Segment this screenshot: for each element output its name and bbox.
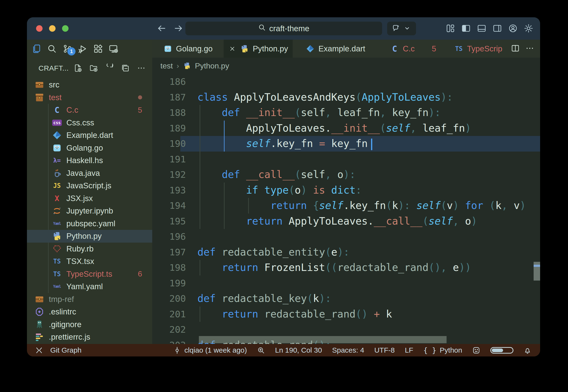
- layout-grid-icon[interactable]: [445, 23, 456, 34]
- tree-item-c.c[interactable]: CC.c5: [27, 104, 152, 116]
- status-indentation[interactable]: Spaces: 4: [332, 346, 364, 354]
- refresh-icon[interactable]: [105, 63, 114, 73]
- editor-actions: [511, 40, 540, 58]
- status-progress-indicator[interactable]: [490, 347, 513, 354]
- activity-remote-explorer[interactable]: [108, 42, 119, 55]
- tree-item-javascript.js[interactable]: JSJavaScript.js: [27, 180, 152, 192]
- command-center-search[interactable]: craft-theme: [185, 22, 382, 35]
- tree-item-python.py[interactable]: Python.py: [27, 230, 152, 243]
- status-git-graph[interactable]: Git Graph: [50, 346, 82, 354]
- breadcrumb-separator: ›: [177, 62, 179, 70]
- horizontal-scrollbar[interactable]: [199, 336, 447, 343]
- tree-item-test[interactable]: test: [27, 91, 152, 104]
- copilot-chat-button[interactable]: [387, 22, 416, 35]
- history-forward-button[interactable]: [173, 23, 184, 35]
- status-eol[interactable]: LF: [405, 346, 413, 354]
- tree-item-example.dart[interactable]: Example.dart: [27, 129, 152, 142]
- squid-icon: [34, 319, 45, 330]
- status-panel-toggle[interactable]: [35, 346, 43, 354]
- activity-source-control[interactable]: 1: [62, 42, 73, 55]
- text-cursor: [371, 139, 372, 150]
- tab-python-py[interactable]: Python.py: [224, 40, 293, 58]
- tab-c-c[interactable]: CC.c5: [378, 40, 448, 58]
- tab-label: TypeScrip: [467, 44, 502, 53]
- activity-search[interactable]: [47, 42, 57, 55]
- tab-golang-go[interactable]: Golang.go: [152, 40, 224, 58]
- status-zoom-indicator[interactable]: [257, 346, 265, 354]
- panel-left-filled-icon[interactable]: [461, 23, 471, 34]
- vertical-scrollbar[interactable]: [534, 262, 540, 280]
- c-icon: C: [52, 105, 62, 115]
- tree-item-label: Jupyter.ipynb: [66, 206, 113, 215]
- activity-run-debug[interactable]: [77, 42, 88, 55]
- tree-item-tmp-ref[interactable]: tmp-ref: [27, 293, 152, 306]
- new-file-icon[interactable]: [73, 63, 82, 73]
- line-content: return redactable_rand() + k: [186, 307, 392, 322]
- tree-item-pubspec.yaml[interactable]: Yamlpubspec.yaml: [27, 217, 152, 230]
- panel-bottom-icon[interactable]: [476, 23, 487, 34]
- collapse-all-icon[interactable]: [120, 63, 130, 73]
- activity-bar: 1: [27, 40, 152, 58]
- tree-item-golang.go[interactable]: Golang.go: [27, 142, 152, 154]
- tree-item-ruby.rb[interactable]: Ruby.rb: [27, 243, 152, 255]
- tree-item-jsx.jsx[interactable]: XJSX.jsx: [27, 192, 152, 205]
- line-number: 191: [152, 152, 186, 167]
- tree-item-.gitignore[interactable]: .gitignore: [27, 318, 152, 331]
- tree-item-label: TSX.tsx: [66, 257, 94, 266]
- close-icon[interactable]: [228, 45, 236, 53]
- account-icon[interactable]: [508, 23, 518, 34]
- tree-item-css.css[interactable]: cssCss.css: [27, 116, 152, 129]
- tree-item-.eslintrc[interactable]: .eslintrc: [27, 306, 152, 318]
- code-editor[interactable]: 186187class ApplyToLeavesAndKeys(ApplyTo…: [152, 74, 540, 344]
- breadcrumb-item[interactable]: Python.py: [195, 61, 229, 70]
- tree-item-tsx.tsx[interactable]: TSTSX.tsx: [27, 255, 152, 268]
- tree-item-jupyter.ipynb[interactable]: Jupyter.ipynb: [27, 205, 152, 217]
- more-icon[interactable]: [525, 44, 534, 54]
- collapse-status-icon: [35, 346, 43, 354]
- line-number: 186: [152, 74, 186, 90]
- line-content: [186, 276, 197, 291]
- title-bar: craft-theme: [27, 17, 540, 40]
- tree-item-.prettierrc.js[interactable]: .prettierrc.js: [27, 331, 152, 343]
- split-editor-icon[interactable]: [511, 44, 520, 54]
- history-back-button[interactable]: [156, 23, 167, 35]
- more-icon[interactable]: [136, 63, 146, 73]
- status-pet-indicator[interactable]: [472, 346, 480, 354]
- tree-item-label: Ruby.rb: [66, 244, 93, 253]
- file-tree: srctestCC.c5cssCss.cssExample.dartGolang…: [27, 79, 152, 344]
- traffic-light-maximize[interactable]: [62, 25, 69, 32]
- status-encoding[interactable]: UTF-8: [374, 346, 395, 354]
- gear-icon[interactable]: [523, 23, 534, 34]
- status-cursor-position[interactable]: Ln 190, Col 30: [275, 346, 322, 354]
- tree-item-src[interactable]: src: [27, 79, 152, 91]
- tree-item-haskell.hs[interactable]: λ=Haskell.hs: [27, 154, 152, 167]
- line-number: 187: [152, 90, 186, 105]
- traffic-light-close[interactable]: [36, 25, 43, 32]
- traffic-light-minimize[interactable]: [49, 25, 56, 32]
- status-notifications[interactable]: [523, 346, 531, 354]
- tree-item-label: Yaml.yaml: [66, 282, 103, 291]
- status-label: Git Graph: [50, 346, 82, 354]
- activity-extensions[interactable]: [93, 42, 104, 55]
- tree-item-java.java[interactable]: Java.java: [27, 167, 152, 180]
- haskell-icon: λ=: [52, 155, 62, 166]
- line-number: 195: [152, 213, 186, 229]
- activity-explorer[interactable]: [31, 42, 42, 55]
- tab-typescrip[interactable]: TSTypeScrip: [448, 40, 508, 58]
- panel-right-icon[interactable]: [492, 23, 503, 34]
- java-icon: [52, 168, 62, 179]
- chat-sparkle-icon: [392, 24, 400, 33]
- tree-item-yaml.yaml[interactable]: YamlYaml.yaml: [27, 280, 152, 293]
- breadcrumb-item[interactable]: test: [160, 61, 173, 70]
- ts-icon: TS: [52, 256, 62, 267]
- tree-item-label: src: [49, 80, 60, 89]
- line-content: class ApplyToLeavesAndKeys(ApplyToLeaves…: [186, 90, 453, 105]
- tab-example-dart[interactable]: Example.dart: [293, 40, 378, 58]
- new-folder-icon[interactable]: [89, 63, 98, 73]
- search-value: craft-theme: [269, 24, 310, 33]
- search-icon: [258, 24, 266, 33]
- status-language-mode[interactable]: { }Python: [423, 346, 462, 354]
- status-git-blame[interactable]: clqiao (1 week ago): [173, 346, 247, 354]
- python-icon: [52, 231, 62, 241]
- tree-item-typescript.ts[interactable]: TSTypeScript.ts6: [27, 268, 152, 280]
